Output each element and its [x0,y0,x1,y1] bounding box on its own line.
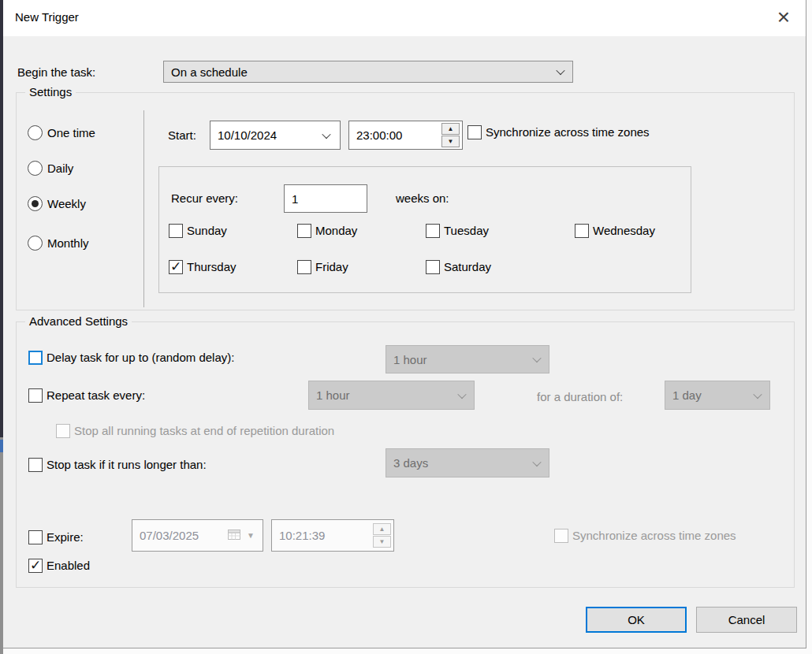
time-spinner: ▲ ▼ [441,123,460,147]
close-icon[interactable]: × [769,2,798,33]
checkbox-icon [575,224,589,238]
checkbox-tuesday[interactable]: Tuesday [426,224,489,238]
expire-date-picker: 07/03/2025 ▼ [132,519,263,552]
radio-label: One time [47,126,95,139]
sync-timezones-checkbox-expire: Synchronize across time zones [554,529,736,543]
checkbox-icon [28,458,43,472]
repeat-interval-select: 1 hour [308,381,475,410]
chevron-down-icon [457,389,466,398]
sync-timezones-checkbox[interactable]: Synchronize across time zones [467,125,650,139]
checkbox-disabled-icon [554,529,568,543]
chevron-down-icon [322,129,330,138]
checkbox-thursday[interactable]: ✓ Thursday [169,260,237,274]
window-title: New Trigger [15,10,79,24]
spin-up-icon[interactable]: ▲ [441,123,460,135]
radio-label: Monthly [47,236,89,250]
checkbox-icon [297,260,311,274]
checkbox-checked-icon: ✓ [169,260,183,274]
repeat-duration-select: 1 day [665,381,770,410]
enabled-checkbox[interactable]: ✓ Enabled [28,559,90,573]
radio-icon [28,125,43,140]
advanced-settings-legend: Advanced Settings [25,314,132,328]
spin-down-icon: ▼ [373,536,391,548]
checkbox-sunday[interactable]: Sunday [169,224,227,238]
radio-weekly[interactable]: Weekly [28,196,86,211]
stop-task-checkbox[interactable]: Stop task if it runs longer than: [28,458,207,472]
stop-task-duration-value: 3 days [393,456,428,470]
checkbox-checked-icon: ✓ [28,559,43,573]
radio-label: Weekly [47,197,86,210]
repeat-interval-value: 1 hour [316,388,350,402]
sync-timezones-label: Synchronize across time zones [486,125,650,139]
expire-time-value: 10:21:39 [272,529,325,542]
chevron-down-icon [532,457,541,466]
divider [143,110,144,307]
delay-duration-value: 1 hour [393,353,427,366]
time-spinner-disabled: ▲ ▼ [373,523,391,548]
radio-label: Daily [47,162,73,175]
recur-panel: Recur every: 1 weeks on: Sunday Monday T… [158,166,691,293]
screen: New Trigger × Begin the task: On a sched… [0,0,812,654]
checkbox-icon [28,388,43,403]
spin-up-icon: ▲ [373,523,391,535]
radio-icon [28,161,43,176]
begin-task-select[interactable]: On a schedule [163,61,573,83]
settings-legend: Settings [25,85,76,98]
checkbox-monday[interactable]: Monday [297,224,357,238]
radio-icon [28,236,43,251]
checkbox-icon [426,260,440,274]
calendar-icon [227,528,242,544]
radio-monthly[interactable]: Monthly [28,236,89,251]
checkbox-disabled-icon [56,424,70,438]
recur-every-label: Recur every: [171,191,238,205]
stop-task-duration-select: 3 days [386,448,549,477]
start-date-select[interactable]: 10/10/2024 [210,121,341,150]
checkbox-icon [467,125,482,139]
checkbox-icon [28,530,43,544]
radio-daily[interactable]: Daily [28,161,73,176]
expire-checkbox[interactable]: Expire: [28,530,84,544]
chevron-down-icon [532,354,541,362]
ok-button[interactable]: OK [586,607,687,633]
repeat-task-checkbox[interactable]: Repeat task every: [28,388,145,403]
delay-task-checkbox[interactable]: Delay task for up to (random delay): [28,351,234,365]
radio-selected-icon [28,196,43,211]
checkbox-friday[interactable]: Friday [297,260,348,274]
expire-date-value: 07/03/2025 [132,529,199,542]
titlebar: New Trigger × [3,0,806,36]
checkbox-icon [169,224,183,238]
checkbox-wednesday[interactable]: Wednesday [575,224,655,238]
cancel-button-label: Cancel [728,613,765,626]
checkbox-icon [426,224,440,238]
cancel-button[interactable]: Cancel [696,607,797,633]
start-time-value: 23:00:00 [349,128,402,142]
chevron-down-icon [556,66,564,75]
recur-interval-value: 1 [285,192,298,206]
start-label: Start: [168,128,196,142]
new-trigger-dialog: New Trigger × Begin the task: On a sched… [3,0,806,648]
duration-label: for a duration of: [537,390,623,403]
advanced-settings-group: Advanced Settings Delay task for up to (… [16,321,795,588]
recur-interval-input[interactable]: 1 [284,184,367,213]
begin-task-value: On a schedule [171,65,248,79]
checkbox-icon [297,224,311,238]
chevron-down-icon [753,389,762,398]
repeat-duration-value: 1 day [672,388,702,402]
spin-down-icon[interactable]: ▼ [441,136,460,147]
stop-all-tasks-checkbox: Stop all running tasks at end of repetit… [56,424,334,438]
weeks-on-label: weeks on: [396,191,449,205]
checkbox-focused-icon [28,351,43,365]
start-time-input[interactable]: 23:00:00 ▲ ▼ [348,121,463,150]
checkbox-saturday[interactable]: Saturday [426,260,491,274]
start-date-value: 10/10/2024 [210,128,277,142]
delay-duration-select: 1 hour [386,345,549,373]
radio-one-time[interactable]: One time [28,125,95,140]
dropdown-arrow-icon: ▼ [247,531,255,540]
settings-group: Settings One time Daily Weekly Monthly S… [16,92,795,310]
expire-time-input: 10:21:39 ▲ ▼ [271,519,394,552]
begin-task-label: Begin the task: [17,65,95,79]
ok-button-label: OK [628,613,645,626]
